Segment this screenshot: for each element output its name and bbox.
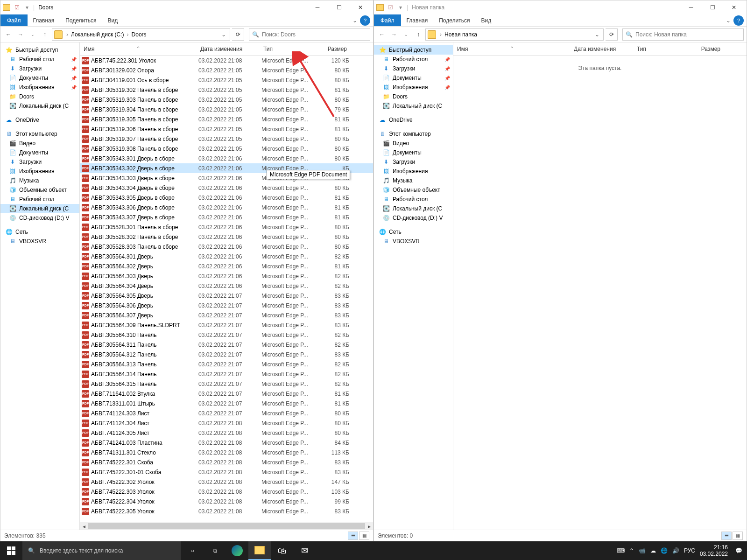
titlebar[interactable]: ☑ ▾ | Doors ─ ☐ ✕ — [0, 0, 373, 14]
nav-item[interactable]: 🖥Этот компьютер — [0, 129, 79, 139]
file-row[interactable]: PDFАБВГ.305343.301 Дверь в сборе03.02.20… — [80, 154, 373, 163]
file-row[interactable]: PDFАБВГ.305343.307 Дверь в сборе03.02.20… — [80, 212, 373, 222]
tab-file[interactable]: Файл — [374, 14, 401, 26]
tab-home[interactable]: Главная — [401, 15, 434, 26]
scroll-thumb[interactable] — [88, 523, 365, 529]
maximize-button[interactable]: ☐ — [328, 0, 350, 14]
file-row[interactable]: PDFАБВГ.745222.303 Уголок03.02.2022 21:0… — [80, 487, 373, 497]
details-view-button[interactable]: ☰ — [721, 532, 732, 540]
properties-icon[interactable]: ☑ — [13, 3, 21, 12]
chevron-down-icon[interactable]: ⌄ — [352, 17, 357, 24]
nav-item[interactable]: 🌐Сеть — [374, 227, 453, 237]
file-list[interactable]: PDFАБВГ.745.222.301 Уголок03.02.2022 21:… — [80, 56, 373, 522]
nav-item[interactable]: 💽Локальный диск (C — [0, 204, 79, 213]
help-button[interactable]: ? — [360, 15, 370, 26]
address-bar[interactable]: › Локальный диск (C:) › Doors ⌄ — [52, 28, 230, 41]
nav-item[interactable]: 🖼Изображения — [0, 167, 79, 176]
nav-item[interactable]: 📄Документы📌 — [0, 73, 79, 83]
recent-dropdown[interactable]: ⌄ — [401, 29, 411, 40]
breadcrumb-folder[interactable]: Новая папка — [443, 31, 479, 38]
nav-item[interactable]: ⬇Загрузки📌 — [374, 64, 453, 73]
minimize-button[interactable]: ─ — [307, 0, 328, 14]
back-button[interactable]: ← — [3, 29, 14, 40]
nav-item[interactable]: ☁OneDrive — [374, 115, 453, 125]
column-type[interactable]: Тип — [260, 46, 316, 52]
nav-item[interactable]: ⬇Загрузки📌 — [0, 64, 79, 73]
file-row[interactable]: PDFАБВГ.305564.311 Панель03.02.2022 21:0… — [80, 340, 373, 350]
forward-button[interactable]: → — [389, 29, 399, 40]
nav-item[interactable]: 🖥Рабочий стол📌 — [0, 55, 79, 64]
tab-file[interactable]: Файл — [0, 14, 28, 26]
file-row[interactable]: PDFАБВГ.305319.303 Панель в сборе03.02.2… — [80, 95, 373, 105]
nav-item[interactable]: 🖥Рабочий стол — [0, 195, 79, 204]
nav-item[interactable]: 💽Локальный диск (C — [0, 101, 79, 111]
file-row[interactable]: PDFАБВГ.304119.001 Ось в сборе03.02.2022… — [80, 75, 373, 85]
explorer-button[interactable] — [248, 541, 271, 560]
file-list[interactable]: Эта папка пуста. — [453, 56, 747, 530]
file-row[interactable]: PDFАБВГ.305319.305 Панель в сборе03.02.2… — [80, 114, 373, 124]
nav-item[interactable]: ⬇Загрузки — [0, 157, 79, 167]
tray-chevron-icon[interactable]: ⌃ — [629, 547, 634, 554]
back-button[interactable]: ← — [377, 29, 387, 40]
nav-item[interactable]: 📁Doors — [374, 92, 453, 101]
chevron-right-icon[interactable]: › — [65, 31, 69, 38]
titlebar[interactable]: ☑ ▾ | Новая папка ─ ☐ ✕ — [374, 0, 747, 14]
nav-item[interactable]: 📄Документы — [0, 148, 79, 157]
tab-home[interactable]: Главная — [28, 15, 60, 26]
notifications-icon[interactable]: 💬 — [735, 547, 742, 554]
nav-item[interactable]: 🖼Изображения📌 — [0, 83, 79, 92]
cortana-button[interactable]: ○ — [181, 541, 204, 560]
icons-view-button[interactable]: ▦ — [359, 532, 369, 540]
language-indicator[interactable]: РУС — [684, 547, 695, 554]
file-row[interactable]: PDFАБВГ.305564.309 Панель.SLDPRT03.02.20… — [80, 320, 373, 330]
nav-item[interactable]: 🎬Видео — [0, 139, 79, 148]
address-dropdown[interactable]: ⌄ — [593, 31, 601, 38]
search-input[interactable]: 🔍 Поиск: Новая папка — [622, 28, 744, 41]
nav-item[interactable]: 🖥Рабочий стол📌 — [374, 55, 453, 64]
system-tray[interactable]: ⌨ ⌃ 📹 ☁ 🌐 🔊 РУС 21:16 03.02.2022 💬 — [612, 544, 747, 558]
file-row[interactable]: PDFАБВГ.305319.306 Панель в сборе03.02.2… — [80, 124, 373, 134]
start-button[interactable] — [0, 541, 22, 560]
breadcrumb-disk[interactable]: Локальный диск (C:) — [69, 31, 126, 38]
column-size[interactable]: Размер — [316, 46, 351, 52]
recent-dropdown[interactable]: ⌄ — [28, 29, 38, 40]
nav-item[interactable]: ⭐Быстрый доступ — [0, 45, 79, 55]
file-row[interactable]: PDFАБВГ.305564.305 Дверь03.02.2022 21:07… — [80, 291, 373, 301]
file-row[interactable]: PDFАБВГ.305564.301 Дверь03.02.2022 21:06… — [80, 252, 373, 261]
file-row[interactable]: PDFАБВГ.745222.305 Уголок03.02.2022 21:0… — [80, 506, 373, 516]
dropdown-icon[interactable]: ▾ — [23, 3, 31, 12]
file-row[interactable]: PDFАБВГ.305564.315 Панель03.02.2022 21:0… — [80, 379, 373, 389]
file-row[interactable]: PDFАБВГ.305564.310 Панель03.02.2022 21:0… — [80, 330, 373, 340]
search-input[interactable]: 🔍 Поиск: Doors — [249, 28, 370, 41]
file-row[interactable]: PDFАБВГ.305319.302 Панель в сборе03.02.2… — [80, 85, 373, 95]
nav-item[interactable]: 📁Doors — [0, 92, 79, 101]
properties-icon[interactable]: ☑ — [386, 3, 395, 12]
nav-item[interactable]: 🖥VBOXSVR — [0, 237, 79, 246]
file-row[interactable]: PDFАБВГ.305564.313 Панель03.02.2022 21:0… — [80, 359, 373, 369]
nav-item[interactable]: 🎬Видео — [374, 139, 453, 148]
nav-item[interactable]: 💿CD-дисковод (D:) V — [374, 213, 453, 223]
file-row[interactable]: PDFАБВГ.305343.305 Дверь в сборе03.02.20… — [80, 193, 373, 203]
scroll-right-button[interactable]: ▸ — [365, 522, 373, 530]
nav-item[interactable]: 🖼Изображения📌 — [374, 83, 453, 92]
file-row[interactable]: PDFАБВГ.741124.305 Лист03.02.2022 21:08M… — [80, 428, 373, 438]
file-row[interactable]: PDFАБВГ.745222.304 Уголок03.02.2022 21:0… — [80, 497, 373, 506]
up-button[interactable]: ↑ — [413, 29, 423, 40]
file-row[interactable]: PDFАБВГ.741311.301 Стекло03.02.2022 21:0… — [80, 448, 373, 457]
help-button[interactable]: ? — [733, 15, 744, 26]
icons-view-button[interactable]: ▦ — [733, 532, 743, 540]
column-name[interactable]: Имя — [84, 46, 94, 52]
nav-item[interactable]: 🧊Объемные объект — [374, 185, 453, 195]
file-row[interactable]: PDFАБВГ.745222.302 Уголок03.02.2022 21:0… — [80, 477, 373, 487]
columns-header[interactable]: ⌃Имя Дата изменения Тип Размер — [80, 42, 373, 56]
horizontal-scrollbar[interactable]: ◂ ▸ — [80, 522, 373, 530]
file-row[interactable]: PDFАБВГ.305564.312 Панель03.02.2022 21:0… — [80, 350, 373, 359]
column-size[interactable]: Размер — [689, 46, 725, 52]
column-date[interactable]: Дата изменения — [570, 46, 633, 52]
nav-item[interactable]: 💿CD-дисковод (D:) V — [0, 213, 79, 223]
up-button[interactable]: ↑ — [40, 29, 50, 40]
file-row[interactable]: PDFАБВГ.305319.307 Панель в сборе03.02.2… — [80, 134, 373, 144]
tab-view[interactable]: Вид — [102, 15, 123, 26]
file-row[interactable]: PDFАБВГ.745222.301-01 Скоба03.02.2022 21… — [80, 467, 373, 477]
file-row[interactable]: PDFАБВГ.741241.003 Пластина03.02.2022 21… — [80, 438, 373, 448]
